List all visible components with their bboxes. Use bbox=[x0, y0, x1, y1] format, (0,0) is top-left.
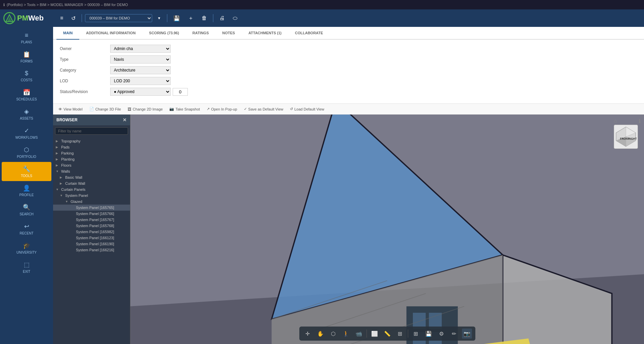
tree-item-sp-165768[interactable]: System Panel [165768] bbox=[53, 223, 130, 229]
type-select[interactable]: Navis bbox=[110, 55, 171, 63]
browser-search-input[interactable] bbox=[55, 127, 128, 135]
markup-button[interactable]: ✏ bbox=[449, 329, 459, 339]
tree-item-basic-wall[interactable]: ▶ Basic Wall bbox=[53, 174, 130, 180]
tree-label: System Panel [165982] bbox=[76, 230, 114, 234]
tree-item-floors[interactable]: ▶ Floors bbox=[53, 162, 130, 168]
tree-item-sp-165982[interactable]: System Panel [165982] bbox=[53, 229, 130, 235]
info-cube-icon[interactable]: ℹ bbox=[639, 118, 641, 124]
box-select-button[interactable]: ⬜ bbox=[370, 329, 380, 339]
sidebar-item-tools[interactable]: 🔧 TOOLS bbox=[2, 162, 51, 181]
tree-item-sp-166123[interactable]: System Panel [166123] bbox=[53, 235, 130, 241]
content-area: MAIN ADDITIONAL INFORMATION SCORING (73.… bbox=[53, 27, 644, 344]
take-snapshot-button[interactable]: 📷 Take Snapshot bbox=[167, 106, 202, 112]
tree-item-curtain-panels[interactable]: ▼ Curtain Panels bbox=[53, 186, 130, 192]
nav-cube: ⌂ ℹ FRONT RIGHT bbox=[614, 118, 641, 145]
tree-label: Glazed bbox=[71, 200, 82, 204]
pan-tool-button[interactable]: ✋ bbox=[315, 329, 326, 339]
tree-item-walls[interactable]: ▼ Walls bbox=[53, 168, 130, 174]
sidebar-item-label: SEARCH bbox=[19, 212, 34, 216]
status-label: Status/Revision bbox=[60, 89, 110, 94]
delete-button[interactable]: 🗑 bbox=[199, 13, 210, 23]
form-area: Owner Admin cha Type Navis Category Arch… bbox=[53, 40, 644, 104]
sidebar-item-forms[interactable]: 📋 FORMS bbox=[0, 47, 53, 67]
tree-arrow-parking: ▶ bbox=[56, 152, 60, 155]
sidebar-item-label: SCHEDULES bbox=[16, 97, 37, 101]
tab-attachments[interactable]: ATTACHMENTS (1) bbox=[242, 27, 288, 40]
save-view-button[interactable]: 💾 bbox=[424, 329, 434, 339]
home-icon[interactable]: ⌂ bbox=[614, 118, 617, 124]
print-button[interactable]: 🖨 bbox=[216, 13, 228, 23]
tree-item-sp-165767[interactable]: System Panel [165767] bbox=[53, 217, 130, 223]
status-select[interactable]: ● Approved bbox=[110, 88, 171, 96]
revision-input[interactable] bbox=[173, 88, 188, 96]
browser-close-button[interactable]: ✕ bbox=[123, 117, 127, 123]
toggle-button[interactable]: ⬭ bbox=[230, 13, 241, 23]
sidebar-item-assets[interactable]: ◈ ASSETS bbox=[0, 104, 53, 124]
tree-item-sp-165765[interactable]: System Panel [165765] bbox=[53, 205, 130, 211]
sidebar-item-portfolio[interactable]: ⬡ PORTFOLIO bbox=[0, 143, 53, 162]
category-select[interactable]: Architecture bbox=[110, 66, 171, 74]
orientation-cube[interactable]: FRONT RIGHT bbox=[614, 125, 638, 149]
popup-icon: ↗ bbox=[207, 107, 210, 111]
3d-viewport[interactable]: ✎ ⌂ ℹ bbox=[130, 115, 644, 344]
view-model-button[interactable]: 👁 View Model bbox=[56, 106, 85, 112]
tree-item-topography[interactable]: ▶ Topography bbox=[53, 138, 130, 144]
lod-label: LOD bbox=[60, 79, 110, 83]
tree-item-planting[interactable]: ▶ Planting bbox=[53, 156, 130, 162]
tree-arrow-topography: ▶ bbox=[56, 139, 60, 143]
tree-item-system-panel[interactable]: ▼ System Panel bbox=[53, 192, 130, 199]
tree-arrow-glazed: ▼ bbox=[65, 200, 69, 203]
record-selector[interactable]: 000039 – BIM for DEMO bbox=[85, 14, 152, 22]
tree-item-sp-166216[interactable]: System Panel [166216] bbox=[53, 247, 130, 253]
sidebar-item-profile[interactable]: 👤 PROFILE bbox=[0, 181, 53, 200]
owner-select[interactable]: Admin cha bbox=[110, 45, 171, 53]
tree-item-parking[interactable]: ▶ Parking bbox=[53, 150, 130, 156]
settings-button[interactable]: ⚙ bbox=[436, 329, 446, 339]
costs-icon: $ bbox=[25, 70, 28, 77]
walk-tool-button[interactable]: 🚶 bbox=[341, 329, 351, 339]
tree-label: System Panel [166216] bbox=[76, 248, 114, 252]
sidebar-item-workflows[interactable]: ✓ WORKFLOWS bbox=[0, 124, 53, 143]
move-tool-button[interactable]: ⬡ bbox=[328, 329, 338, 339]
tree-item-curtain-wall[interactable]: ▶ Curtain Wall bbox=[53, 180, 130, 186]
browser-search-area bbox=[53, 125, 130, 137]
sidebar-item-costs[interactable]: $ COSTS bbox=[0, 67, 53, 85]
tab-additional[interactable]: ADDITIONAL INFORMATION bbox=[79, 27, 142, 40]
tab-ratings[interactable]: RATINGS bbox=[186, 27, 216, 40]
load-default-button[interactable]: ↺ Load Default View bbox=[288, 106, 326, 112]
lod-select[interactable]: LOD 200 bbox=[110, 77, 171, 85]
tree-label: Planting bbox=[61, 157, 75, 161]
tree-arrow-planting: ▶ bbox=[56, 158, 60, 161]
select-tool-button[interactable]: ✛ bbox=[303, 329, 313, 339]
sidebar-item-exit[interactable]: ⬚ EXIT bbox=[0, 258, 53, 277]
tab-scoring[interactable]: SCORING (73.96) bbox=[142, 27, 186, 40]
tab-main[interactable]: MAIN bbox=[56, 27, 79, 40]
sidebar-item-university[interactable]: 🎓 UNIVERSITY bbox=[0, 239, 53, 258]
section-button[interactable]: ⊞ bbox=[395, 329, 405, 339]
sidebar-item-recent[interactable]: ↩ RECENT bbox=[0, 219, 53, 239]
screenshot-button[interactable]: 📷 bbox=[462, 329, 472, 339]
tree-item-sp-166190[interactable]: System Panel [166190] bbox=[53, 241, 130, 247]
add-button[interactable]: ＋ bbox=[185, 13, 197, 24]
tab-notes[interactable]: NOTES bbox=[216, 27, 242, 40]
save-button[interactable]: 💾 bbox=[170, 13, 183, 23]
refresh-button[interactable]: ↺ bbox=[68, 13, 79, 23]
save-default-button[interactable]: ✓ Save as Default View bbox=[242, 106, 285, 112]
grid-view-button[interactable]: ⊞ bbox=[411, 329, 421, 339]
dropdown-arrow-button[interactable]: ▼ bbox=[154, 14, 164, 22]
sidebar-item-label: PORTFOLIO bbox=[17, 155, 36, 159]
tab-collaborate[interactable]: COLLABORATE bbox=[288, 27, 330, 40]
tree-label: Curtain Panels bbox=[61, 187, 85, 191]
measure-button[interactable]: 📏 bbox=[382, 329, 392, 339]
tree-item-sp-165766[interactable]: System Panel [165766] bbox=[53, 211, 130, 217]
sidebar-item-plans[interactable]: ≡ PLANS bbox=[0, 29, 53, 47]
change-3d-button[interactable]: 📄 Change 3D File bbox=[87, 106, 123, 112]
sidebar-item-search[interactable]: 🔍 SEARCH bbox=[0, 200, 53, 219]
nav-back-button[interactable]: ≡ bbox=[57, 13, 66, 23]
tree-item-glazed[interactable]: ▼ Glazed bbox=[53, 199, 130, 205]
tree-item-pads[interactable]: ▶ Pads bbox=[53, 144, 130, 150]
open-popup-button[interactable]: ↗ Open In Pop-up bbox=[205, 106, 239, 112]
sidebar-item-schedules[interactable]: 📅 SCHEDULES bbox=[0, 85, 53, 104]
change-2d-button[interactable]: 🖼 Change 2D Image bbox=[126, 106, 165, 112]
camera-tool-button[interactable]: 📹 bbox=[354, 329, 364, 339]
